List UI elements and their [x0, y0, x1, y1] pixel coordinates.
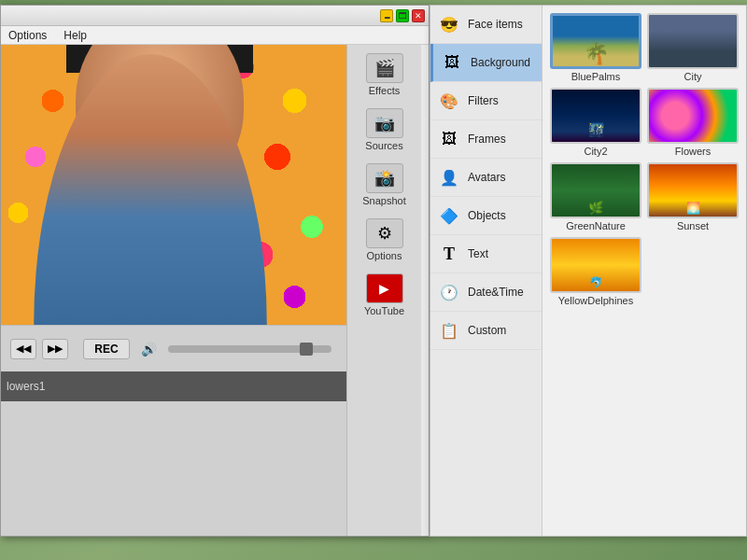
city2-thumbnail[interactable]: 🌃 [550, 88, 641, 144]
cat-text[interactable]: T Text [430, 235, 542, 273]
options-button[interactable]: ⚙ Options [353, 215, 416, 265]
filename-text: lowers1 [7, 380, 45, 393]
play-button[interactable]: ▶▶ [42, 339, 68, 359]
right-panel: 😎 Face items 🖼 Background 🎨 Filters 🖼 Fr… [430, 5, 747, 537]
objects-icon: 🔷 [438, 204, 460, 227]
effects-label: Effects [369, 85, 400, 96]
volume-icon: 🔊 [141, 342, 157, 357]
progress-thumb[interactable] [300, 343, 313, 356]
cat-avatars[interactable]: 👤 Avatars [430, 159, 542, 197]
content-area: ◀◀ ▶▶ REC 🔊 lowers1 🎬 Effects [1, 45, 429, 536]
app-window: 🗕 🗖 ✕ Options Help ◀◀ [0, 5, 430, 537]
custom-label: Custom [468, 324, 506, 337]
face-items-icon: 😎 [438, 13, 460, 35]
datetime-label: Date&Time [468, 286, 524, 299]
sunset-label: Sunset [647, 220, 739, 231]
bg-sunset[interactable]: 🌅 Sunset [647, 162, 739, 231]
frames-icon: 🖼 [438, 128, 460, 150]
background-label: Background [471, 56, 530, 69]
video-preview [1, 45, 346, 325]
snapshot-button[interactable]: 📸 Snapshot [353, 160, 416, 210]
background-icon: 🖼 [441, 51, 463, 74]
menu-bar: Options Help [1, 26, 429, 45]
bluepalms-thumbnail[interactable]: 🌴 [550, 13, 641, 69]
yellowdelphines-thumbnail[interactable]: 🐬 [550, 237, 641, 293]
snapshot-icon: 📸 [366, 163, 403, 193]
sunset-thumbnail[interactable]: 🌅 [647, 162, 739, 218]
avatars-label: Avatars [468, 171, 505, 184]
objects-label: Objects [468, 209, 506, 222]
effects-icon: 🎬 [366, 53, 403, 83]
city2-label: City2 [550, 146, 641, 157]
filename-bar: lowers1 [1, 371, 346, 401]
controls-bar: ◀◀ ▶▶ REC 🔊 [1, 325, 346, 371]
sources-label: Sources [365, 140, 402, 151]
sources-button[interactable]: 📷 Sources [353, 105, 416, 155]
youtube-label: YouTube [364, 305, 404, 316]
right-toolbar: 🎬 Effects 📷 Sources 📸 Snapshot ⚙ Options… [346, 45, 421, 536]
progress-bar[interactable] [168, 345, 331, 353]
frames-label: Frames [468, 133, 506, 146]
sources-icon: 📷 [366, 108, 403, 138]
category-sidebar: 😎 Face items 🖼 Background 🎨 Filters 🖼 Fr… [430, 6, 543, 536]
custom-icon: 📋 [438, 319, 460, 342]
options-label: Options [367, 250, 402, 261]
rewind-button[interactable]: ◀◀ [10, 339, 36, 359]
bluepalms-label: BluePalms [550, 71, 641, 82]
cat-datetime[interactable]: 🕐 Date&Time [430, 273, 542, 312]
menu-options[interactable]: Options [5, 29, 50, 42]
bg-city[interactable]: City [647, 13, 739, 82]
close-button[interactable]: ✕ [412, 9, 425, 22]
city-label: City [647, 71, 739, 82]
background-grid: 🌴 BluePalms City 🌃 City2 Flowers [543, 6, 746, 536]
cat-background[interactable]: 🖼 Background [430, 44, 542, 82]
title-bar: 🗕 🗖 ✕ [1, 6, 429, 26]
datetime-icon: 🕐 [438, 281, 460, 303]
avatars-icon: 👤 [438, 166, 460, 189]
filters-icon: 🎨 [438, 90, 460, 112]
face-items-label: Face items [468, 18, 523, 31]
maximize-button[interactable]: 🗖 [396, 9, 409, 22]
flowers-thumbnail[interactable] [647, 88, 739, 144]
youtube-button[interactable]: ▶ YouTube [353, 270, 416, 320]
youtube-icon: ▶ [366, 273, 403, 303]
yellowdelphines-label: YellowDelphines [550, 295, 641, 306]
bg-bluepalms[interactable]: 🌴 BluePalms [550, 13, 641, 82]
bg-yellowdelphines[interactable]: 🐬 YellowDelphines [550, 237, 641, 306]
bg-flowers[interactable]: Flowers [647, 88, 739, 157]
menu-help[interactable]: Help [60, 29, 91, 42]
text-icon: T [438, 243, 460, 265]
greennature-label: GreenNature [550, 220, 641, 231]
cat-face-items[interactable]: 😎 Face items [430, 6, 542, 44]
cat-custom[interactable]: 📋 Custom [430, 312, 542, 350]
bg-city2[interactable]: 🌃 City2 [550, 88, 641, 157]
rec-button[interactable]: REC [83, 339, 130, 359]
flowers-label: Flowers [647, 146, 739, 157]
palm-icon: 🌴 [584, 42, 609, 66]
minimize-button[interactable]: 🗕 [380, 9, 393, 22]
filters-label: Filters [468, 94, 499, 107]
bg-greennature[interactable]: 🌿 GreenNature [550, 162, 641, 231]
options-icon: ⚙ [366, 218, 403, 248]
effects-button[interactable]: 🎬 Effects [353, 49, 416, 100]
video-section: ◀◀ ▶▶ REC 🔊 lowers1 [1, 45, 346, 536]
desktop: 🗕 🗖 ✕ Options Help ◀◀ [0, 0, 747, 560]
city-thumbnail[interactable] [647, 13, 739, 69]
cat-filters[interactable]: 🎨 Filters [430, 82, 542, 120]
cat-objects[interactable]: 🔷 Objects [430, 197, 542, 235]
cat-frames[interactable]: 🖼 Frames [430, 120, 542, 159]
greennature-thumbnail[interactable]: 🌿 [550, 162, 641, 218]
snapshot-label: Snapshot [362, 195, 405, 206]
text-label: Text [468, 247, 488, 260]
